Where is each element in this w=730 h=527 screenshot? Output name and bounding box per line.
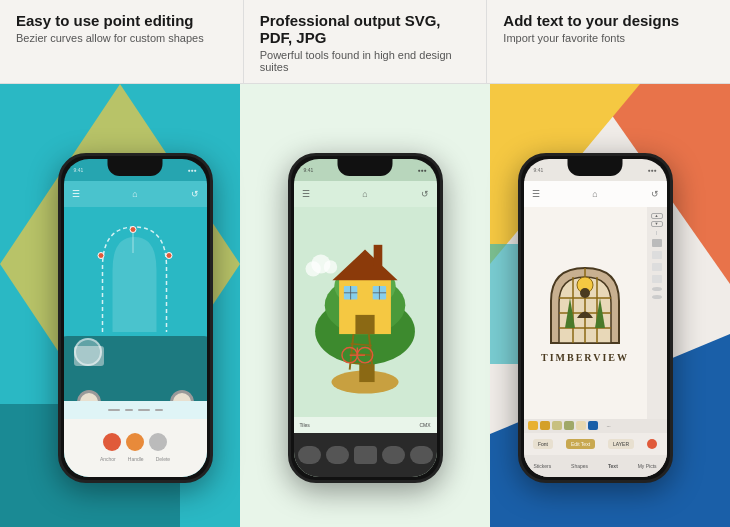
dot-gray[interactable]: [149, 433, 167, 451]
svg-point-43: [580, 288, 590, 298]
header-col-2: Professional output SVG, PDF, JPG Powerf…: [244, 0, 488, 83]
header-title-3: Add text to your designs: [503, 12, 714, 29]
header-title-1: Easy to use point editing: [16, 12, 227, 29]
header: Easy to use point editing Bezier curves …: [0, 0, 730, 84]
layer-tab[interactable]: LAYER: [608, 439, 634, 449]
header-subtitle-1: Bezier curves allow for custom shapes: [16, 32, 227, 44]
timberview-logo: [543, 263, 628, 348]
toggle-dot[interactable]: [647, 439, 657, 449]
timberview-brand-text: TIMBERVIEW: [541, 352, 629, 363]
header-subtitle-2: Powerful tools found in high end design …: [260, 49, 471, 73]
header-col-3: Add text to your designs Import your fav…: [487, 0, 730, 83]
main-area: 9:41 ●●● ☰ ⌂ ↺: [0, 84, 730, 527]
phone-3: 9:41 ●●● ☰ ⌂ ↺ ▲ ▼: [518, 153, 673, 483]
dot-red[interactable]: [103, 433, 121, 451]
svg-rect-16: [373, 244, 382, 265]
font-tab[interactable]: Font: [533, 439, 553, 449]
toolbar-cmx-label: CMX: [419, 422, 430, 428]
toolbar-tiles-label: Tiles: [300, 422, 310, 428]
header-title-2: Professional output SVG, PDF, JPG: [260, 12, 471, 46]
svg-point-35: [323, 260, 336, 273]
edit-text-tab[interactable]: Edit Text: [566, 439, 595, 449]
header-col-1: Easy to use point editing Bezier curves …: [0, 0, 244, 83]
dot-orange[interactable]: [126, 433, 144, 451]
treehouse-illustration: [294, 207, 437, 417]
phone-1: 9:41 ●●● ☰ ⌂ ↺: [58, 153, 213, 483]
svg-rect-23: [355, 314, 374, 333]
phone-2: 9:41 ●●● ☰ ⌂ ↺: [288, 153, 443, 483]
header-subtitle-3: Import your favorite fonts: [503, 32, 714, 44]
svg-marker-15: [332, 249, 397, 280]
